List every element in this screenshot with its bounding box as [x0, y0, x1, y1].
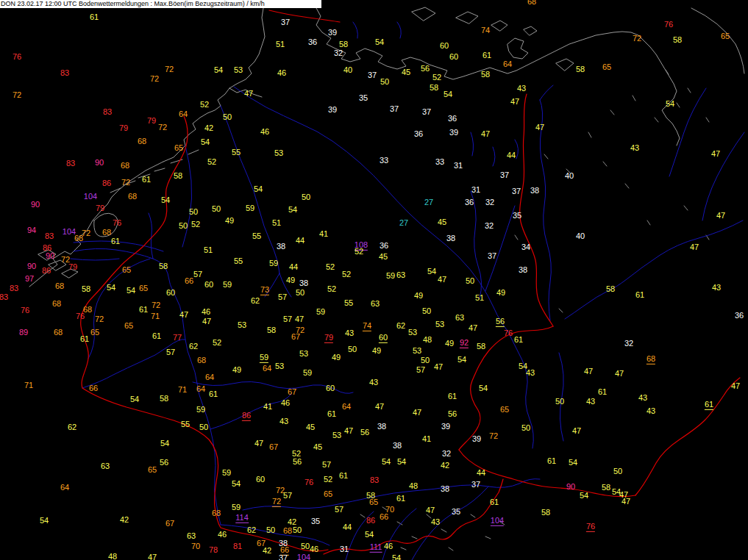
- station-value: 49: [496, 289, 505, 297]
- station-value: 56: [448, 410, 457, 418]
- station-value: 49: [414, 292, 423, 300]
- station-value: 61: [80, 335, 89, 343]
- station-value: 61: [152, 332, 161, 340]
- station-value: 54: [127, 287, 135, 295]
- station-value: 79: [147, 117, 156, 125]
- station-value: 52: [342, 270, 351, 279]
- station-value: 58: [267, 326, 276, 334]
- station-value: 76: [13, 53, 21, 61]
- station-value: 54: [201, 138, 210, 146]
- station-value: 49: [445, 340, 454, 348]
- station-value: 76: [304, 478, 313, 487]
- station-value: 27: [424, 198, 433, 207]
- station-value: 52: [432, 73, 441, 82]
- station-value: 31: [340, 545, 349, 553]
- station-value: 50: [421, 356, 430, 365]
- station-value: 38: [441, 485, 449, 493]
- station-value: 58: [159, 262, 168, 270]
- station-value: 64: [60, 484, 69, 492]
- station-value: 62: [251, 297, 260, 305]
- station-value: 37: [279, 554, 288, 560]
- station-value: 40: [576, 232, 585, 240]
- station-value: 53: [413, 347, 421, 355]
- station-value: 72: [158, 123, 167, 132]
- station-value: 31: [471, 186, 480, 194]
- station-value: 68: [647, 355, 655, 365]
- station-value: 37: [500, 171, 509, 179]
- station-value: 39: [472, 435, 481, 443]
- station-value: 50: [296, 289, 304, 297]
- station-value: 59: [246, 204, 254, 212]
- station-value: 40: [343, 66, 352, 74]
- station-value: 68: [212, 509, 221, 517]
- river-weser: [221, 106, 291, 297]
- station-value: 35: [359, 94, 368, 102]
- station-value: 39: [328, 29, 337, 37]
- river-vltava: [507, 331, 563, 448]
- station-value: 97: [25, 275, 34, 283]
- station-value: 59: [260, 353, 268, 363]
- station-value: 53: [332, 431, 341, 439]
- station-value: 49: [372, 347, 381, 355]
- station-value: 68: [128, 193, 137, 201]
- station-value: 61: [111, 237, 120, 245]
- station-value: 83: [45, 232, 54, 240]
- station-value: 60: [440, 42, 449, 50]
- station-value: 59: [269, 259, 278, 268]
- station-value: 53: [408, 329, 417, 337]
- station-value: 50: [301, 542, 310, 550]
- station-value: 58: [160, 395, 168, 403]
- station-value: 67: [288, 388, 296, 396]
- station-value: 58: [481, 71, 490, 79]
- station-value: 86: [102, 179, 111, 187]
- station-value: 55: [234, 257, 243, 265]
- station-value: 54: [214, 66, 223, 74]
- station-value: 47: [535, 123, 544, 132]
- station-value: 53: [275, 362, 284, 370]
- station-value: 76: [21, 306, 29, 315]
- station-value: 68: [527, 0, 536, 6]
- station-value: 43: [431, 518, 440, 526]
- station-value: 46: [260, 128, 269, 136]
- coast-gdansk-bay: [691, 8, 744, 73]
- station-value: 63: [455, 314, 464, 322]
- station-value: 65: [174, 144, 183, 152]
- station-value: 50: [266, 526, 275, 534]
- station-value: 62: [247, 526, 256, 534]
- station-value: 71: [24, 381, 33, 390]
- station-value: 64: [263, 365, 271, 373]
- station-value: 37: [390, 105, 399, 113]
- station-value: 47: [690, 243, 699, 251]
- station-value: 50: [422, 307, 431, 315]
- river-ijssel: [149, 213, 153, 259]
- station-value: 72: [150, 75, 159, 83]
- station-value: 37: [488, 252, 496, 260]
- station-value: 54: [40, 517, 49, 525]
- station-value: 54: [479, 384, 488, 392]
- station-value: 44: [296, 237, 304, 245]
- station-value: 34: [521, 243, 530, 251]
- station-value: 86: [242, 412, 251, 421]
- station-value: 32: [485, 222, 494, 230]
- station-value: 38: [519, 266, 527, 274]
- station-value: 59: [196, 406, 205, 414]
- station-value: 39: [441, 423, 450, 431]
- station-value: 43: [647, 407, 655, 415]
- station-value: 77: [173, 334, 182, 342]
- station-value: 65: [124, 322, 133, 330]
- station-value: 44: [477, 469, 485, 477]
- station-value: 50: [555, 398, 564, 406]
- title-text: DON 23.02.17 12:00 UTC Bodenwettermeldun…: [0, 0, 265, 7]
- station-value: 43: [369, 378, 378, 387]
- station-value: 90: [46, 252, 54, 260]
- station-value: 47: [510, 98, 519, 106]
- title-bar: DON 23.02.17 12:00 UTC Bodenwettermeldun…: [0, 0, 321, 8]
- station-value: 59: [223, 281, 232, 289]
- station-value: 61: [139, 306, 148, 314]
- station-value: 52: [191, 220, 200, 229]
- station-value: 60: [449, 53, 458, 61]
- station-value: 47: [413, 409, 421, 417]
- station-value: 37: [422, 108, 431, 116]
- station-value: 61: [90, 13, 99, 21]
- station-value: 90: [31, 201, 40, 209]
